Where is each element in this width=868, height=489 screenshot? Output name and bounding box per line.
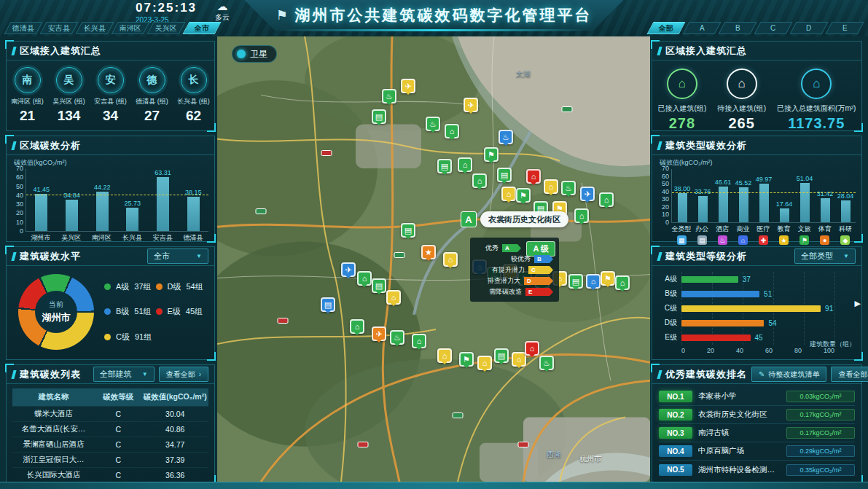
table-row[interactable]: 蝶米大酒店C30.04: [12, 406, 208, 421]
building-marker[interactable]: ♨: [561, 181, 576, 195]
type-dropdown[interactable]: 全部类型 ▼: [794, 249, 856, 264]
building-name: 李家巷小学: [698, 391, 781, 402]
building-marker[interactable]: ✈: [401, 79, 415, 93]
building-marker[interactable]: ★: [421, 245, 436, 259]
building-marker[interactable]: ♨: [498, 130, 513, 144]
tab-grade-2[interactable]: A: [682, 22, 721, 34]
ranking-row[interactable]: NO.2衣裳街历史文化街区0.17kgCO₂/m²: [659, 406, 855, 424]
view-all-button[interactable]: 查看全部 ›: [831, 367, 868, 382]
tab-grade-4[interactable]: C: [754, 22, 792, 34]
building-marker[interactable]: ⌂: [512, 352, 526, 367]
building-marker[interactable]: ⌂: [386, 290, 401, 305]
bar-value-label: 34.84: [63, 192, 80, 199]
building-marker[interactable]: ▤: [494, 348, 509, 363]
panel-type-carbon-analysis: 建筑类型碳效分析 碳效值(kgCO₂/m²) 01020304050607038…: [652, 136, 862, 242]
building-marker[interactable]: ▤: [321, 297, 335, 312]
building-marker[interactable]: ⌂: [477, 356, 492, 370]
building-marker[interactable]: ✈: [580, 187, 595, 201]
building-marker[interactable]: ✈: [372, 326, 386, 341]
dropdown-value: 全部类型: [801, 251, 833, 262]
bar-slot: 28.04: [835, 169, 856, 222]
building-marker[interactable]: ⌂: [350, 319, 364, 334]
building-marker[interactable]: ▤: [497, 168, 512, 182]
satellite-map[interactable]: 卫星 ✈♨▤♨⌂✈♨▤⌂⚑⌂▤⌂⌂⚑⌂♨✈⌂▤⚑⌂▤★⌂⌂♨⌂⚑♨⌂▤⌂⚑⌂✈⌂…: [217, 36, 650, 482]
view-all-button[interactable]: 查看全部 ›: [159, 367, 208, 382]
y-tick-label: 30: [662, 195, 669, 203]
building-filter-dropdown[interactable]: 全部建筑 ▼: [93, 367, 155, 382]
ranking-row[interactable]: NO.1李家巷小学0.03kgCO₂/m²: [659, 388, 855, 406]
hbar: [681, 291, 759, 297]
building-marker[interactable]: ⚑: [459, 352, 474, 367]
marker-glyph-icon: ♨: [429, 120, 437, 128]
clock: 07:25:13 2023-3-25: [136, 1, 197, 24]
tab-region-6[interactable]: 全市: [182, 22, 221, 34]
button-label: 查看全部: [166, 369, 195, 380]
panel-title: 建筑碳效水平: [20, 250, 143, 263]
building-marker[interactable]: ⌂: [501, 187, 516, 201]
building-marker[interactable]: ♨: [426, 117, 440, 131]
tab-grade-3[interactable]: B: [718, 22, 756, 34]
table-row[interactable]: 名蕾大酒店(长安…C40.86: [12, 421, 208, 437]
legend-value: 45组: [186, 306, 203, 317]
marker-glyph-icon: ♨: [394, 334, 401, 342]
tab-region-5[interactable]: 吴兴区: [146, 22, 185, 34]
marker-glyph-icon: ⌂: [549, 183, 554, 191]
tab-grade-5[interactable]: D: [789, 22, 828, 34]
region-stat: 德德清县 (组)27: [133, 67, 171, 124]
building-marker[interactable]: ✈: [464, 98, 478, 112]
building-marker[interactable]: ▤: [568, 274, 583, 289]
tab-region-4[interactable]: 南浔区: [111, 22, 149, 34]
marker-glyph-icon: ▤: [375, 113, 383, 121]
building-marker[interactable]: ⌂: [443, 252, 458, 267]
table-row[interactable]: 长兴国际大酒店C36.36: [12, 467, 208, 482]
tab-region-3[interactable]: 长兴县: [75, 22, 114, 34]
building-marker[interactable]: ⌂: [526, 169, 541, 184]
building-marker[interactable]: ♨: [382, 89, 396, 103]
building-marker[interactable]: ⌂: [472, 173, 487, 188]
building-marker[interactable]: ⌂: [357, 271, 372, 286]
marker-glyph-icon: ⌂: [531, 173, 536, 181]
building-marker[interactable]: ⌂: [544, 179, 558, 194]
marker-glyph-icon: ▤: [501, 171, 508, 179]
rework-list-button[interactable]: ✎ 待整改建筑清单: [751, 367, 826, 382]
building-marker[interactable]: ▤: [372, 278, 386, 293]
building-marker[interactable]: ⌂: [525, 341, 539, 356]
table-row[interactable]: 景澜富硒山居酒店C34.77: [12, 437, 208, 452]
marker-glyph-icon: ⚑: [463, 356, 470, 364]
building-marker[interactable]: ⌂: [599, 192, 614, 207]
building-type-icon: ♨: [718, 235, 727, 245]
grade-label: C级: [660, 303, 677, 313]
next-arrow-icon[interactable]: ▶: [855, 299, 861, 308]
tab-region-1[interactable]: 德清县: [4, 22, 42, 34]
building-marker[interactable]: ⌂: [445, 124, 459, 138]
tab-region-2[interactable]: 安吉县: [39, 22, 78, 34]
building-marker[interactable]: ✈: [341, 262, 356, 277]
building-marker[interactable]: ⌂: [574, 208, 589, 223]
building-marker[interactable]: ⌂: [412, 334, 426, 348]
satellite-toggle[interactable]: 卫星: [232, 45, 277, 63]
table-row[interactable]: 浙江皇冠假日大…C37.39: [12, 452, 208, 467]
building-marker[interactable]: ▤: [437, 159, 452, 173]
building-marker[interactable]: ⚑: [601, 271, 615, 286]
tab-grade-6[interactable]: E: [825, 22, 864, 34]
building-marker[interactable]: ▤: [372, 109, 386, 124]
building-marker[interactable]: ⚑: [484, 147, 498, 162]
building-marker[interactable]: ♨: [390, 330, 404, 345]
ranking-row[interactable]: NO.5湖州市特种设备检测研究院（长兴）0.35kgCO₂/m²: [659, 461, 855, 479]
ranking-row[interactable]: NO.3南浔古镇0.17kgCO₂/m²: [659, 424, 855, 442]
building-marker[interactable]: ▤: [401, 223, 415, 238]
building-marker[interactable]: ⚑: [516, 188, 531, 203]
panel-title: 优秀建筑碳效排名: [665, 368, 747, 381]
building-marker[interactable]: ⌂: [437, 348, 452, 363]
ranking-row[interactable]: NO.4中原百脑广场0.29kgCO₂/m²: [659, 442, 855, 461]
building-marker[interactable]: ⌂: [586, 274, 601, 289]
building-marker[interactable]: ⌂: [615, 275, 630, 290]
y-axis: 010203040506070: [11, 169, 26, 232]
city-dropdown[interactable]: 全市 ▼: [147, 249, 208, 264]
carbon-value: 0.17kgCO₂/m²: [786, 427, 855, 439]
region-circle-icon: 安: [98, 67, 124, 93]
building-marker[interactable]: ⌂: [458, 157, 472, 172]
chevron-down-icon: ▼: [196, 253, 202, 259]
tab-grade-1[interactable]: 全部: [646, 22, 685, 34]
building-marker[interactable]: ♨: [539, 356, 554, 370]
